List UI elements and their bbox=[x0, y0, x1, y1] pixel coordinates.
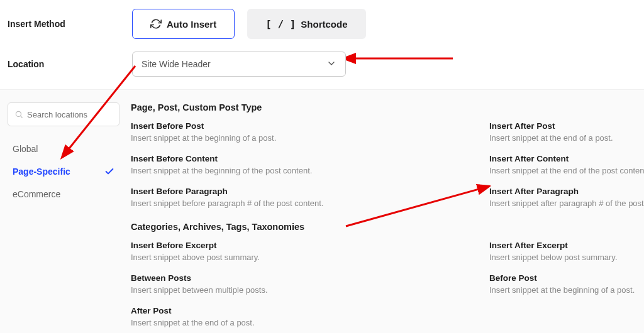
shortcode-button[interactable]: [ / ] Shortcode bbox=[247, 9, 365, 39]
search-icon bbox=[14, 110, 23, 119]
option-desc: Insert snippet at the end of a post. bbox=[489, 133, 644, 143]
auto-insert-label: Auto Insert bbox=[167, 19, 216, 30]
option-title: Before Post bbox=[489, 273, 644, 283]
category-page-specific[interactable]: Page-Specific bbox=[8, 160, 119, 183]
location-select-value: Site Wide Header bbox=[142, 59, 211, 69]
option-insert-after-content[interactable]: Insert After Content Insert snippet at t… bbox=[489, 154, 644, 175]
option-title: Insert Before Post bbox=[131, 121, 483, 131]
option-insert-after-paragraph[interactable]: Insert After Paragraph Insert snippet af… bbox=[489, 187, 644, 208]
category-global-label: Global bbox=[13, 144, 38, 154]
option-desc: Insert snippet below post summary. bbox=[489, 253, 644, 262]
option-before-post[interactable]: Before Post Insert snippet at the beginn… bbox=[489, 273, 644, 295]
option-desc: Insert snippet before paragraph # of the… bbox=[131, 199, 483, 208]
location-select[interactable]: Site Wide Header bbox=[132, 52, 346, 77]
option-title: Insert After Content bbox=[489, 154, 644, 163]
option-title: Between Posts bbox=[131, 273, 483, 283]
group-heading-ppcpt: Page, Post, Custom Post Type bbox=[131, 102, 644, 112]
option-desc: Insert snippet at the end of the post co… bbox=[489, 166, 644, 175]
option-desc: Insert snippet at the end of a post. bbox=[131, 318, 483, 327]
option-insert-after-excerpt[interactable]: Insert After Excerpt Insert snippet belo… bbox=[489, 241, 644, 262]
search-locations-wrapper[interactable] bbox=[8, 102, 119, 126]
svg-point-0 bbox=[16, 111, 21, 116]
shortcode-icon: [ / ] bbox=[265, 18, 296, 30]
option-after-post[interactable]: After Post Insert snippet at the end of … bbox=[131, 306, 483, 327]
chevron-down-icon bbox=[326, 58, 336, 70]
category-ecommerce-label: eCommerce bbox=[13, 189, 60, 199]
svg-line-1 bbox=[21, 116, 23, 118]
category-page-specific-label: Page-Specific bbox=[13, 166, 70, 177]
group-heading-catt: Categories, Archives, Tags, Taxonomies bbox=[131, 222, 644, 232]
refresh-icon bbox=[150, 18, 162, 30]
option-title: Insert After Paragraph bbox=[489, 187, 644, 196]
category-global[interactable]: Global bbox=[8, 138, 119, 160]
insert-method-label: Insert Method bbox=[0, 19, 132, 29]
option-title: Insert After Excerpt bbox=[489, 241, 644, 250]
option-insert-before-paragraph[interactable]: Insert Before Paragraph Insert snippet b… bbox=[131, 187, 483, 208]
option-desc: Insert snippet at the beginning of a pos… bbox=[489, 285, 644, 295]
option-desc: Insert snippet at the beginning of a pos… bbox=[131, 133, 483, 143]
option-desc: Insert snippet between multiple posts. bbox=[131, 285, 483, 295]
option-between-posts[interactable]: Between Posts Insert snippet between mul… bbox=[131, 273, 483, 295]
option-insert-before-content[interactable]: Insert Before Content Insert snippet at … bbox=[131, 154, 483, 175]
option-title: Insert After Post bbox=[489, 121, 644, 131]
option-title: Insert Before Excerpt bbox=[131, 241, 483, 250]
option-insert-before-post[interactable]: Insert Before Post Insert snippet at the… bbox=[131, 121, 483, 143]
option-title: After Post bbox=[131, 306, 483, 315]
option-insert-before-excerpt[interactable]: Insert Before Excerpt Insert snippet abo… bbox=[131, 241, 483, 262]
auto-insert-button[interactable]: Auto Insert bbox=[132, 9, 235, 39]
location-label: Location bbox=[0, 59, 132, 69]
option-insert-after-post[interactable]: Insert After Post Insert snippet at the … bbox=[489, 121, 644, 143]
shortcode-label: Shortcode bbox=[301, 19, 347, 30]
category-ecommerce[interactable]: eCommerce bbox=[8, 183, 119, 205]
check-icon bbox=[104, 166, 114, 177]
option-title: Insert Before Paragraph bbox=[131, 187, 483, 196]
option-desc: Insert snippet after paragraph # of the … bbox=[489, 199, 644, 208]
option-desc: Insert snippet at the beginning of the p… bbox=[131, 166, 483, 175]
search-locations-input[interactable] bbox=[27, 110, 113, 119]
option-title: Insert Before Content bbox=[131, 154, 483, 163]
option-desc: Insert snippet above post summary. bbox=[131, 253, 483, 262]
